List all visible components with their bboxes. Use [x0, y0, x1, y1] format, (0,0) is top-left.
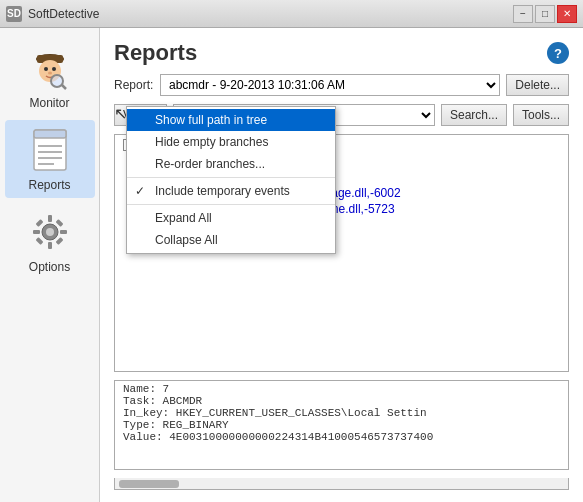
details-line: Value: 4E00310000000000224314B4100054657…: [123, 431, 560, 443]
sidebar-item-options-label: Options: [29, 260, 70, 274]
sidebar: Monitor Reports: [0, 28, 100, 502]
details-line: Task: ABCMDR: [123, 395, 560, 407]
svg-point-4: [52, 67, 56, 71]
content-area: Reports ? Report: abcmdr - 9-20-2013 10:…: [100, 28, 583, 502]
sidebar-item-reports[interactable]: Reports: [5, 120, 95, 198]
report-select[interactable]: abcmdr - 9-20-2013 10:31:06 AM: [160, 74, 500, 96]
svg-point-6: [51, 75, 63, 87]
horizontal-scrollbar[interactable]: [114, 478, 569, 490]
menu-separator: [127, 177, 335, 178]
menu-item-label: Re-order branches...: [155, 157, 265, 171]
page-title: Reports: [114, 40, 197, 66]
sidebar-item-reports-label: Reports: [28, 178, 70, 192]
page-header: Reports ?: [114, 40, 569, 66]
title-bar-left: SD SoftDetective: [6, 6, 99, 22]
menu-item-hide-empty[interactable]: Hide empty branches: [127, 131, 335, 153]
report-label: Report:: [114, 78, 154, 92]
monitor-icon: [26, 44, 74, 92]
svg-rect-18: [33, 230, 40, 234]
help-button[interactable]: ?: [547, 42, 569, 64]
svg-rect-22: [35, 237, 43, 245]
search-button[interactable]: Search...: [441, 104, 507, 126]
menu-item-collapse-all[interactable]: Collapse All: [127, 229, 335, 251]
menu-item-label: Collapse All: [155, 233, 218, 247]
svg-rect-19: [60, 230, 67, 234]
sidebar-item-monitor[interactable]: Monitor: [5, 38, 95, 116]
svg-rect-9: [34, 130, 66, 138]
menu-item-label: Hide empty branches: [155, 135, 268, 149]
menu-item-label: Expand All: [155, 211, 212, 225]
reports-icon: [26, 126, 74, 174]
context-menu: Show full path in tree Hide empty branch…: [126, 106, 336, 254]
svg-point-3: [44, 67, 48, 71]
window-title: SoftDetective: [28, 7, 99, 21]
maximize-button[interactable]: □: [535, 5, 555, 23]
mouse-cursor: ↖: [114, 104, 127, 123]
menu-item-label: Show full path in tree: [155, 113, 267, 127]
menu-item-reorder[interactable]: Re-order branches...: [127, 153, 335, 175]
svg-rect-17: [48, 242, 52, 249]
tools-button[interactable]: Tools...: [513, 104, 569, 126]
app-icon: SD: [6, 6, 22, 22]
options-icon: [26, 208, 74, 256]
sidebar-item-options[interactable]: Options: [5, 202, 95, 280]
menu-item-include-temp[interactable]: ✓ Include temporary events: [127, 180, 335, 202]
svg-point-5: [48, 72, 52, 75]
scrollbar-thumb[interactable]: [119, 480, 179, 488]
close-button[interactable]: ✕: [557, 5, 577, 23]
svg-point-15: [46, 228, 54, 236]
details-line: Name: 7: [123, 383, 560, 395]
svg-rect-23: [55, 237, 63, 245]
svg-rect-16: [48, 215, 52, 222]
details-line: Type: REG_BINARY: [123, 419, 560, 431]
svg-rect-21: [55, 219, 63, 227]
menu-item-expand-all[interactable]: Expand All: [127, 207, 335, 229]
report-row: Report: abcmdr - 9-20-2013 10:31:06 AM D…: [114, 74, 569, 96]
svg-rect-20: [35, 219, 43, 227]
menu-item-label: Include temporary events: [155, 184, 290, 198]
main-layout: Monitor Reports: [0, 28, 583, 502]
details-pane: Name: 7 Task: ABCMDR In_key: HKEY_CURREN…: [114, 380, 569, 470]
details-line: In_key: HKEY_CURRENT_USER_CLASSES\Local …: [123, 407, 560, 419]
window-controls: − □ ✕: [513, 5, 577, 23]
minimize-button[interactable]: −: [513, 5, 533, 23]
sidebar-item-monitor-label: Monitor: [29, 96, 69, 110]
delete-button[interactable]: Delete...: [506, 74, 569, 96]
check-mark-icon: ✓: [135, 184, 145, 198]
menu-separator: [127, 204, 335, 205]
title-bar: SD SoftDetective − □ ✕: [0, 0, 583, 28]
svg-line-7: [62, 85, 66, 89]
menu-item-show-full-path[interactable]: Show full path in tree: [127, 109, 335, 131]
